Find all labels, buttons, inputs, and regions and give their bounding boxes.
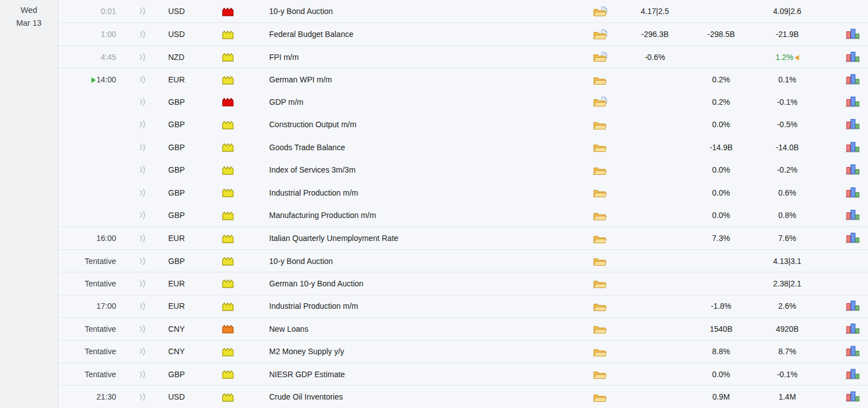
speaker-cell[interactable] [116, 30, 168, 39]
calendar-event-row[interactable]: Tentative CNY M2 Money Supply y/y 8.8% 8… [58, 340, 868, 363]
chart-cell[interactable] [821, 74, 868, 85]
chart-cell[interactable] [821, 369, 868, 380]
date-cell: Wed Mar 13 [0, 0, 58, 408]
speaker-cell[interactable] [116, 257, 168, 266]
detail-folder-cell[interactable] [593, 142, 621, 152]
event-title[interactable]: 10-y Bond Auction [269, 257, 593, 266]
previous-value: 4920B [776, 324, 798, 333]
bar-chart-icon [845, 346, 860, 357]
chart-cell[interactable] [821, 210, 868, 221]
detail-folder-cell[interactable] [593, 187, 621, 198]
speaker-cell[interactable] [116, 234, 168, 243]
calendar-event-row[interactable]: Tentative CNY New Loans 1540B 4920B [58, 317, 868, 340]
speaker-cell[interactable] [116, 370, 168, 379]
detail-folder-cell[interactable] [593, 29, 621, 40]
event-title[interactable]: Crude Oil Inventories [269, 392, 593, 401]
detail-folder-cell[interactable] [593, 165, 621, 175]
calendar-event-row[interactable]: 0:01 USD 10-y Bond Auction 4.17 [58, 0, 868, 22]
calendar-event-row[interactable]: 1:00 USD Federal Budget Balance [58, 22, 868, 45]
calendar-event-row[interactable]: Tentative EUR German 10-y Bond Auction 2… [58, 272, 868, 294]
detail-folder-cell[interactable] [593, 256, 621, 266]
event-time-cell: 1:00 [58, 30, 116, 39]
speaker-cell[interactable] [116, 120, 168, 129]
calendar-event-row[interactable]: 17:00 EUR Industrial Production m/m -1.8… [58, 295, 868, 317]
impact-cell [222, 234, 269, 243]
chart-cell[interactable] [821, 391, 868, 402]
speaker-cell[interactable] [116, 98, 168, 106]
calendar-event-row[interactable]: Tentative GBP 10-y Bond Auction 4.13|3.1 [58, 249, 868, 272]
calendar-event-row[interactable]: GBP Industrial Production m/m 0.0% 0.6% [58, 182, 868, 204]
chart-cell[interactable] [821, 52, 868, 63]
event-title[interactable]: German 10-y Bond Auction [269, 279, 593, 288]
event-title[interactable]: Italian Quarterly Unemployment Rate [269, 234, 593, 243]
event-title[interactable]: 10-y Bond Auction [269, 7, 593, 16]
speaker-cell[interactable] [116, 7, 168, 16]
event-title[interactable]: Federal Budget Balance [269, 30, 593, 39]
event-title[interactable]: Goods Trade Balance [269, 143, 593, 152]
bar-chart-icon [845, 391, 860, 402]
detail-folder-cell[interactable] [593, 233, 621, 244]
speaker-cell[interactable] [116, 53, 168, 62]
chart-cell[interactable] [821, 142, 868, 153]
speaker-cell[interactable] [116, 143, 168, 152]
chart-cell[interactable] [821, 164, 868, 175]
calendar-event-row[interactable]: GBP Construction Output m/m 0.0% -0.5% [58, 113, 868, 136]
speaker-cell[interactable] [116, 347, 168, 356]
chart-cell[interactable] [821, 323, 868, 335]
calendar-event-row[interactable]: 14:00 EUR German WPI m/m 0.2% 0.1% [58, 68, 868, 90]
detail-folder-cell[interactable] [593, 278, 621, 289]
detail-folder-cell[interactable] [593, 210, 621, 221]
impact-icon [222, 188, 234, 197]
detail-folder-cell[interactable] [593, 6, 621, 17]
chart-cell[interactable] [821, 119, 868, 130]
event-title[interactable]: New Loans [269, 324, 593, 333]
speaker-cell[interactable] [116, 392, 168, 401]
detail-folder-cell[interactable] [593, 52, 621, 62]
event-title[interactable]: M2 Money Supply y/y [269, 347, 593, 356]
detail-folder-cell[interactable] [593, 323, 621, 334]
calendar-event-row[interactable]: GBP Goods Trade Balance -14.9B -14.0B [58, 136, 868, 159]
event-title[interactable]: NIESR GDP Estimate [269, 370, 593, 379]
detail-folder-cell[interactable] [593, 119, 621, 130]
event-title[interactable]: Construction Output m/m [269, 120, 593, 129]
speaker-cell[interactable] [116, 279, 168, 288]
calendar-event-row[interactable]: 16:00 EUR Italian Quarterly Unemployment… [58, 226, 868, 249]
chart-cell[interactable] [821, 233, 868, 244]
detail-folder-cell[interactable] [593, 346, 621, 357]
speaker-cell[interactable] [116, 302, 168, 310]
detail-folder-cell[interactable] [593, 75, 621, 85]
event-title[interactable]: GDP m/m [269, 98, 593, 106]
speaker-cell[interactable] [116, 75, 168, 84]
event-title[interactable]: Industrial Production m/m [269, 302, 593, 310]
detail-folder-cell[interactable] [593, 301, 621, 312]
calendar-event-row[interactable]: 21:30 USD Crude Oil Inventories 0.9M 1.4… [58, 385, 868, 407]
previous-value: -0.1% [777, 370, 798, 379]
impact-icon [222, 369, 234, 379]
detail-folder-cell[interactable] [593, 96, 621, 107]
calendar-event-row[interactable]: 4:45 NZD FPI m/m -0.6% [58, 45, 868, 68]
speaker-cell[interactable] [116, 188, 168, 197]
open-folder-icon [593, 29, 608, 40]
open-folder-icon [593, 256, 608, 266]
event-title[interactable]: Industrial Production m/m [269, 188, 593, 197]
chart-cell[interactable] [821, 96, 868, 108]
speaker-cell[interactable] [116, 165, 168, 174]
chart-cell[interactable] [821, 346, 868, 357]
calendar-event-row[interactable]: GBP GDP m/m 0.2% -0.1% [58, 91, 868, 113]
calendar-event-row[interactable]: Tentative GBP NIESR GDP Estimate 0.0% -0… [58, 363, 868, 385]
detail-folder-cell[interactable] [593, 369, 621, 379]
event-title[interactable]: Manufacturing Production m/m [269, 211, 593, 220]
event-title[interactable]: German WPI m/m [269, 75, 593, 84]
event-title[interactable]: FPI m/m [269, 53, 593, 62]
speaker-cell[interactable] [116, 211, 168, 220]
chart-cell[interactable] [821, 187, 868, 198]
event-title[interactable]: Index of Services 3m/3m [269, 165, 593, 174]
event-time-cell: Tentative [58, 370, 116, 379]
calendar-event-row[interactable]: GBP Index of Services 3m/3m 0.0% -0.2% [58, 159, 868, 181]
speaker-cell[interactable] [116, 324, 168, 333]
chart-cell[interactable] [821, 29, 868, 40]
detail-folder-cell[interactable] [593, 392, 621, 402]
previous-cell: -0.5% [754, 120, 821, 129]
calendar-event-row[interactable]: GBP Manufacturing Production m/m 0.0% 0.… [58, 204, 868, 226]
chart-cell[interactable] [821, 300, 868, 312]
